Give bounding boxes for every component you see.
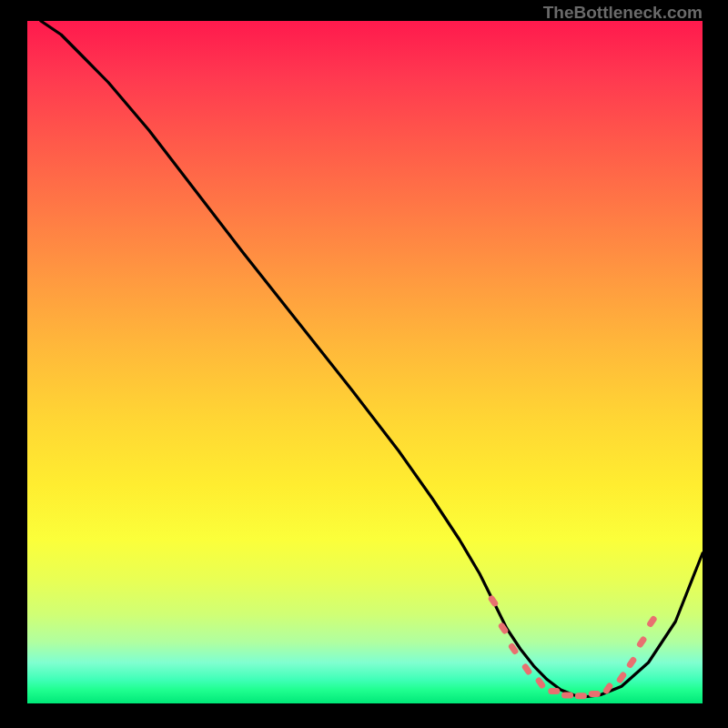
chart-container: TheBottleneck.com bbox=[0, 0, 728, 728]
svg-rect-6 bbox=[561, 693, 573, 699]
svg-rect-11 bbox=[626, 656, 638, 670]
plot-area bbox=[27, 21, 703, 703]
svg-rect-5 bbox=[548, 688, 560, 694]
chart-svg bbox=[27, 21, 703, 703]
svg-rect-8 bbox=[589, 691, 601, 697]
main-curve bbox=[41, 21, 703, 697]
svg-rect-0 bbox=[487, 594, 499, 608]
svg-rect-13 bbox=[646, 615, 658, 629]
marker-dots bbox=[487, 594, 658, 699]
watermark-text: TheBottleneck.com bbox=[543, 3, 703, 23]
svg-rect-12 bbox=[636, 635, 648, 649]
svg-rect-7 bbox=[575, 693, 587, 699]
